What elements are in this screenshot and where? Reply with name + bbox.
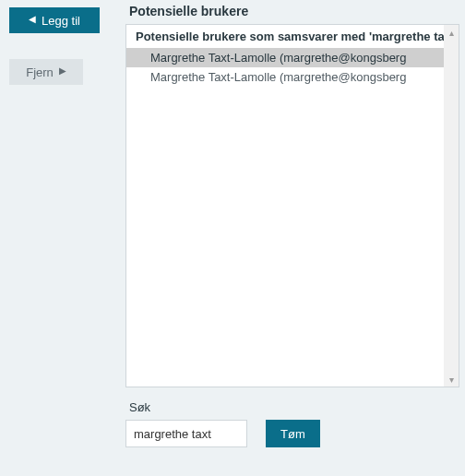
remove-button-label: Fjern (26, 65, 54, 79)
clear-button-label: Tøm (280, 427, 305, 441)
potential-users-listbox[interactable]: Potensielle brukere som samsvarer med 'm… (125, 24, 459, 387)
list-item[interactable]: Margrethe Taxt-Lamolle (margrethe@kongsb… (126, 67, 459, 87)
panel-heading: Potensielle brukere (129, 4, 459, 18)
scroll-down-icon[interactable]: ▾ (444, 372, 459, 387)
add-button-label: Legg til (42, 14, 80, 28)
add-button[interactable]: ◀ Legg til (9, 7, 100, 33)
search-input[interactable] (125, 420, 247, 447)
search-label: Søk (129, 400, 459, 414)
list-item[interactable]: Margrethe Taxt-Lamolle (margrethe@kongsb… (126, 48, 459, 67)
list-group-header: Potensielle brukere som samsvarer med 'm… (126, 25, 459, 48)
triangle-right-icon: ▶ (59, 66, 66, 76)
triangle-left-icon: ◀ (29, 15, 36, 24)
remove-button[interactable]: Fjern ▶ (9, 59, 83, 85)
clear-button[interactable]: Tøm (266, 420, 320, 447)
scrollbar[interactable]: ▴ ▾ (444, 25, 459, 387)
scroll-up-icon[interactable]: ▴ (444, 25, 459, 40)
